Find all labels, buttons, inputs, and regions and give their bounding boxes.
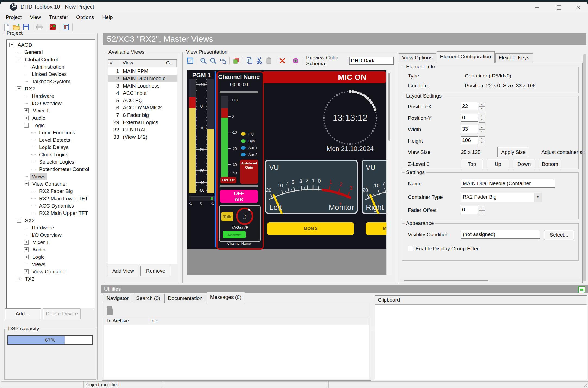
save-icon[interactable]	[22, 23, 30, 31]
expand-icon[interactable]: +	[24, 247, 29, 252]
utilities-restore-icon[interactable]	[578, 286, 585, 293]
project-tree[interactable]: −AAODGeneral−Global ControlAdministratio…	[6, 39, 95, 308]
mon2-button[interactable]: MON 2	[267, 222, 354, 235]
tree-item-label[interactable]: ACC Dynamics	[38, 203, 75, 209]
container-type-select[interactable]: RX2 Fader Big ▼	[461, 193, 542, 202]
tree-item-label[interactable]: AAOD	[16, 42, 34, 48]
tree-item-label[interactable]: Administration	[30, 64, 66, 70]
tree-item-selector-logics[interactable]: Selector Logics	[6, 158, 95, 166]
z-down-button[interactable]: Down	[513, 159, 535, 169]
print-icon[interactable]	[35, 23, 44, 31]
spin-down-icon[interactable]: ▼	[479, 118, 485, 123]
archive-icon[interactable]	[106, 306, 114, 317]
tree-item-view-container[interactable]: +View Container	[6, 268, 95, 275]
tree-item-label[interactable]: Logic Delays	[38, 144, 70, 151]
view-row-2[interactable]: 2MAIN Dual Needle	[108, 75, 177, 82]
tree-item-audio[interactable]: +Audio	[6, 246, 95, 253]
tree-item-logic-delays[interactable]: Logic Delays	[6, 144, 95, 151]
menu-project[interactable]: Project	[2, 14, 26, 20]
device-options-icon[interactable]	[62, 23, 70, 31]
config-horizontal-scrollbar[interactable]	[400, 279, 581, 282]
tree-item-i-o-overview[interactable]: I/O Overview	[6, 231, 95, 239]
tree-item-label[interactable]: Views	[30, 173, 47, 180]
tree-item-view-container[interactable]: −View Container	[6, 180, 95, 187]
tree-item-label[interactable]: I/O Overview	[30, 232, 63, 238]
tree-item-level-detects[interactable]: Level Detects	[6, 136, 95, 144]
tree-item-talkback-system[interactable]: Talkback System	[6, 78, 95, 85]
spin-up-icon[interactable]: ▲	[479, 136, 485, 141]
tree-item-label[interactable]: SX2	[24, 217, 36, 224]
tree-item-label[interactable]: Potentiometer Control	[38, 166, 91, 173]
tree-item-global-control[interactable]: −Global Control	[6, 56, 95, 63]
tree-item-rx2-fader-big[interactable]: RX2 Fader Big	[6, 187, 95, 195]
minimize-button[interactable]	[532, 5, 542, 10]
tree-item-label[interactable]: Mixer 1	[31, 108, 50, 114]
view-row-32[interactable]: 32CENTRAL	[108, 126, 177, 133]
views-col-header[interactable]: G...	[164, 60, 177, 67]
collapse-icon[interactable]: −	[9, 43, 14, 47]
transfer-config-icon[interactable]	[48, 23, 57, 31]
col-info[interactable]: Info	[148, 318, 369, 325]
tree-item-label[interactable]: RX2	[24, 86, 36, 92]
name-input[interactable]: MAIN Dual Needle.(Container	[461, 179, 555, 188]
z-bottom-button[interactable]: Bottom	[539, 159, 561, 169]
tree-item-rx2-main-upper-tft[interactable]: RX2 Main Upper TFT	[6, 209, 95, 217]
spin-down-icon[interactable]: ▼	[479, 210, 485, 215]
expand-icon[interactable]: +	[24, 269, 29, 274]
messages-table[interactable]: To Archive Info	[104, 318, 369, 379]
tree-item-label[interactable]: RX2 Main Upper TFT	[38, 210, 89, 216]
z-top-button[interactable]: Top	[461, 159, 483, 169]
width-stepper[interactable]: ▲▼	[461, 125, 485, 134]
menu-view[interactable]: View	[26, 14, 45, 20]
expand-icon[interactable]: +	[24, 108, 29, 113]
tree-item-label[interactable]: Views	[30, 261, 47, 268]
tree-item-label[interactable]: Logic	[31, 122, 46, 129]
tree-item-label[interactable]: Global Control	[24, 56, 59, 63]
height-stepper[interactable]: ▲▼	[461, 136, 485, 146]
spin-down-icon[interactable]: ▼	[479, 141, 485, 146]
position-x-stepper[interactable]: ▲▼	[461, 102, 485, 111]
gain-knob[interactable]: 5 dB	[236, 208, 253, 225]
tree-item-label[interactable]: Selector Logics	[38, 159, 76, 165]
view-row-1[interactable]: 1MAIN PPM	[108, 67, 177, 75]
tree-item-mixer-1[interactable]: +Mixer 1	[6, 107, 95, 114]
tree-item-hardware[interactable]: Hardware	[6, 92, 95, 100]
tree-item-administration[interactable]: Administration	[6, 63, 95, 70]
menu-transfer[interactable]: Transfer	[45, 14, 72, 20]
off-air-button[interactable]: OFFAIR	[220, 190, 258, 203]
config-vertical-scrollbar[interactable]	[583, 52, 587, 284]
tree-item-logic[interactable]: −Logic	[6, 122, 95, 129]
tree-item-label[interactable]: View Container	[31, 269, 69, 275]
tree-item-label[interactable]: Talkback System	[30, 78, 72, 85]
layers-icon[interactable]	[232, 57, 241, 65]
views-table[interactable]: #ViewG...1MAIN PPM2MAIN Dual Needle3MAIN…	[108, 59, 177, 264]
collapse-icon[interactable]: −	[24, 182, 29, 186]
util-tab-search-0-[interactable]: Search (0)	[133, 294, 164, 303]
talk-button[interactable]: Talk	[221, 212, 233, 221]
collapse-icon[interactable]: −	[24, 123, 29, 128]
tree-item-logic[interactable]: +Logic	[6, 253, 95, 261]
zoom-out-icon[interactable]	[209, 57, 218, 65]
tree-item-general[interactable]: General	[6, 48, 95, 56]
tree-item-potentiometer-control[interactable]: Potentiometer Control	[6, 166, 95, 173]
position-y-stepper[interactable]: ▲▼	[461, 114, 485, 123]
spin-up-icon[interactable]: ▲	[479, 114, 485, 118]
util-tab-navigator[interactable]: Navigator	[103, 294, 132, 303]
view-row-7[interactable]: 76 Fader big	[108, 111, 177, 119]
tree-item-rx2-main-lower-tft[interactable]: RX2 Main Lower TFT	[6, 195, 95, 202]
spin-up-icon[interactable]: ▲	[479, 125, 485, 130]
tree-item-rx2[interactable]: −RX2	[6, 85, 95, 92]
collapse-icon[interactable]: −	[17, 57, 21, 62]
tree-item-views[interactable]: Views	[6, 173, 95, 180]
expand-icon[interactable]: +	[24, 116, 29, 120]
z-up-button[interactable]: Up	[487, 159, 509, 169]
tree-item-label[interactable]: View Container	[31, 181, 69, 187]
tree-item-label[interactable]: I/O Overview	[30, 100, 63, 107]
tree-item-label[interactable]: Audio	[31, 247, 47, 253]
tab-flexible-keys[interactable]: Flexible Keys	[495, 53, 533, 63]
tab-view-options[interactable]: View Options	[399, 53, 436, 63]
tree-item-label[interactable]: General	[23, 49, 44, 56]
expand-icon[interactable]: +	[24, 255, 29, 259]
select-condition-button[interactable]: Select...	[544, 230, 574, 240]
tab-element-configuration[interactable]: Element Configuration	[437, 51, 495, 63]
